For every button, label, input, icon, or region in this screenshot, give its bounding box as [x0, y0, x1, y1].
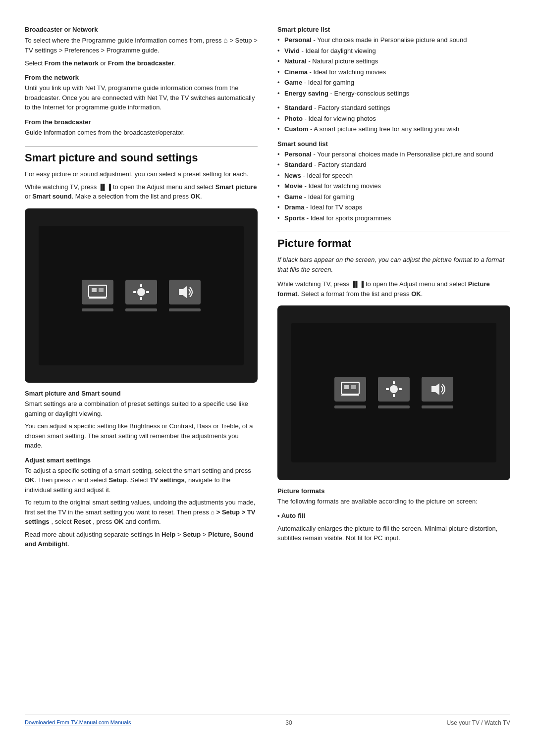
- home-icon-3: ⌂: [211, 508, 216, 516]
- sound-icon: [169, 280, 201, 304]
- smart-picture-list-section: Smart picture list Personal - Your choic…: [277, 26, 510, 134]
- from-network-heading: From the network: [25, 74, 258, 81]
- svg-marker-19: [431, 383, 439, 395]
- picture-formats-section: Picture formats The following formats ar…: [277, 487, 510, 543]
- picture-format-title: Picture format: [277, 237, 510, 250]
- list-item: Game - Ideal for gaming: [277, 192, 510, 202]
- brightness-icon-r: [378, 377, 410, 402]
- adj-icon: ▐▌▐: [99, 184, 111, 191]
- list-item: News - Ideal for speech: [277, 171, 510, 181]
- svg-rect-16: [393, 394, 395, 397]
- svg-rect-18: [399, 388, 402, 390]
- footer-right-text: Use your TV / Watch TV: [447, 719, 510, 726]
- smart-sound-list-section: Smart sound list Personal - Your persona…: [277, 140, 510, 223]
- svg-rect-6: [140, 297, 142, 300]
- list-item: Sports - Ideal for sports programmes: [277, 213, 510, 223]
- picture-format-para: While watching TV, press ▐▌▐ to open the…: [277, 279, 510, 299]
- smart-section-title: Smart picture and sound settings: [25, 151, 258, 164]
- svg-rect-12: [351, 385, 356, 389]
- from-network-para: Until you link up with Net TV, programme…: [25, 83, 258, 112]
- svg-rect-17: [386, 388, 389, 390]
- icon-group-r2: [378, 377, 410, 408]
- picture-formats-para: The following formats are available acco…: [277, 497, 510, 506]
- picture-format-section: Picture format If black bars appear on t…: [277, 237, 510, 299]
- icon-bar-r1: [334, 405, 366, 408]
- icon-group-2: [125, 280, 157, 311]
- svg-rect-1: [92, 288, 97, 292]
- adjust-smart-para2: To return to the original smart setting …: [25, 498, 258, 527]
- broadcaster-section: Broadcaster or Network To select where t…: [25, 26, 258, 68]
- icon-bar-2: [125, 308, 157, 311]
- icon-group-r1: [334, 377, 366, 408]
- smart-para2: While watching TV, press ▐▌▐ to open the…: [25, 182, 258, 202]
- icon-bar-1: [82, 308, 113, 311]
- page-number: 30: [285, 719, 292, 726]
- svg-rect-7: [133, 291, 136, 293]
- picture-icon-r: [334, 377, 366, 402]
- icon-bar-3: [169, 308, 201, 311]
- list-item: Photo - Ideal for viewing photos: [277, 114, 510, 124]
- list-item: Energy saving - Energy-conscious setting…: [277, 89, 510, 99]
- list-item: Drama - Ideal for TV soaps: [277, 202, 510, 212]
- broadcaster-heading: Broadcaster or Network: [25, 26, 258, 33]
- smart-picture-list-heading: Smart picture list: [277, 26, 510, 33]
- svg-rect-11: [344, 385, 349, 389]
- adjust-smart-heading: Adjust smart settings: [25, 456, 258, 464]
- from-network-section: From the network Until you link up with …: [25, 74, 258, 137]
- smart-sound-desc: Smart picture and Smart sound Smart sett…: [25, 390, 258, 451]
- from-broadcaster-para: Guide information comes from the broadca…: [25, 128, 258, 138]
- home-icon-2: ⌂: [72, 476, 77, 484]
- smart-sound-para2: You can adjust a specific setting like B…: [25, 421, 258, 451]
- adjust-smart-para1: To adjust a specific setting of a smart …: [25, 466, 258, 495]
- list-item: Natural - Natural picture settings: [277, 56, 510, 66]
- smart-sound-para1: Smart settings are a combination of pres…: [25, 399, 258, 418]
- svg-rect-8: [146, 291, 149, 293]
- list-item: Personal - Your choices made in Personal…: [277, 35, 510, 45]
- picture-formats-heading: Picture formats: [277, 487, 510, 495]
- list-item: Movie - Ideal for watching movies: [277, 181, 510, 191]
- footer-link[interactable]: Downloaded From TV-Manual.com Manuals: [25, 719, 131, 726]
- smart-sound-list: Personal - Your personal choices made in…: [277, 150, 510, 223]
- broadcaster-para1: To select where the Programme guide info…: [25, 35, 258, 55]
- svg-rect-10: [341, 382, 359, 394]
- two-column-layout: Broadcaster or Network To select where t…: [25, 20, 510, 704]
- icon-bar-r3: [422, 405, 453, 408]
- left-column: Broadcaster or Network To select where t…: [25, 20, 258, 704]
- page: Broadcaster or Network To select where t…: [0, 0, 535, 756]
- section-divider-2: [277, 232, 510, 232]
- icon-group-1: [82, 280, 113, 311]
- list-item: Game - Ideal for gaming: [277, 78, 510, 88]
- tv-screen: [39, 226, 244, 365]
- svg-point-14: [390, 385, 398, 393]
- smart-para1: For easy picture or sound adjustment, yo…: [25, 169, 258, 179]
- svg-rect-0: [89, 285, 107, 297]
- adj-icon-2: ▐▌▐: [351, 281, 364, 288]
- list-item: Custom - A smart picture setting free fo…: [277, 124, 510, 134]
- list-item: Personal - Your personal choices made in…: [277, 150, 510, 159]
- list-item: Vivid - Ideal for daylight viewing: [277, 46, 510, 56]
- svg-rect-5: [140, 284, 142, 287]
- picture-format-illustration: [277, 305, 510, 480]
- list-item: Standard - Factory standard: [277, 160, 510, 170]
- section-divider-1: [25, 146, 258, 147]
- page-footer: Downloaded From TV-Manual.com Manuals 30…: [25, 714, 510, 726]
- broadcaster-para2: Select From the network or From the broa…: [25, 58, 258, 68]
- list-item: Standard - Factory standard settings: [277, 103, 510, 113]
- smart-sound-heading: Smart picture and Smart sound: [25, 390, 258, 397]
- svg-marker-9: [179, 286, 187, 298]
- adjust-smart-para3: Read more about adjusting separate setti…: [25, 530, 258, 549]
- icon-group-r3: [422, 377, 453, 408]
- tv-screen-2: [291, 323, 496, 462]
- sound-icon-r: [422, 377, 453, 402]
- home-icon: ⌂: [223, 36, 229, 44]
- picture-icon: [82, 280, 113, 304]
- icon-group-3: [169, 280, 201, 311]
- icon-bar-r2: [378, 405, 410, 408]
- auto-fill-desc: Automatically enlarges the picture to fi…: [277, 524, 510, 543]
- smart-sound-list-heading: Smart sound list: [277, 140, 510, 148]
- smart-picture-sound-section: Smart picture and sound settings For eas…: [25, 151, 258, 202]
- svg-rect-2: [99, 288, 104, 292]
- svg-point-4: [137, 288, 145, 296]
- picture-format-italic: If black bars appear on the screen, you …: [277, 255, 510, 274]
- auto-fill-label: • Auto fill: [277, 511, 510, 521]
